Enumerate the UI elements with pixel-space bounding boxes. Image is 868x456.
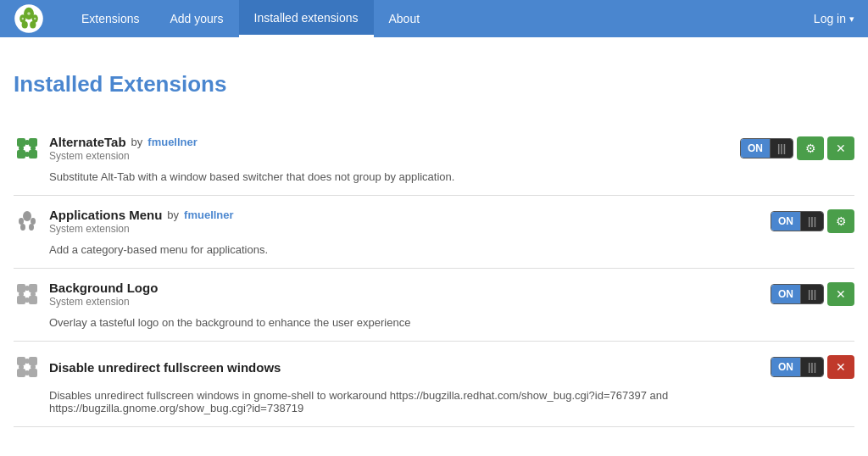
svg-point-37 bbox=[25, 370, 30, 375]
nav-link-extensions[interactable]: Extensions bbox=[66, 0, 154, 37]
svg-point-20 bbox=[20, 224, 25, 231]
ext-name: Disable unredirect fullscreen windows bbox=[49, 360, 281, 375]
ext-subtitle: System extension bbox=[49, 223, 234, 235]
ext-controls-alternate-tab: ON ||| ⚙ ✕ bbox=[740, 136, 854, 160]
page-title: Installed Extensions bbox=[14, 71, 854, 97]
remove-button[interactable]: ✕ bbox=[827, 136, 854, 160]
ext-by: by bbox=[167, 209, 179, 221]
extension-header: Disable unredirect fullscreen windows ON… bbox=[14, 353, 854, 381]
nav-link-about[interactable]: About bbox=[374, 0, 436, 37]
nav-link-installed[interactable]: Installed extensions bbox=[239, 0, 374, 37]
toggle-button[interactable]: ON ||| bbox=[771, 284, 824, 304]
svg-point-4 bbox=[22, 21, 28, 28]
ext-controls-bg-logo: ON ||| ✕ bbox=[771, 282, 854, 306]
toggle-on-label: ON bbox=[741, 139, 771, 158]
svg-point-7 bbox=[22, 18, 24, 19]
puzzle-icon-disable-unredirect bbox=[14, 353, 41, 381]
toggle-on-label: ON bbox=[771, 285, 801, 303]
svg-point-27 bbox=[19, 292, 24, 297]
extension-header: Background Logo System extension ON ||| … bbox=[14, 281, 854, 308]
toggle-bar-label: ||| bbox=[801, 358, 823, 376]
ext-description: Disables unredirect fullscreen windows i… bbox=[49, 389, 854, 414]
main-content: Installed Extensions bbox=[0, 37, 868, 444]
toggle-bar-label: ||| bbox=[801, 285, 823, 303]
ext-author-link[interactable]: fmuellner bbox=[184, 209, 234, 221]
extension-item-background-logo: Background Logo System extension ON ||| … bbox=[14, 269, 854, 342]
settings-button[interactable]: ⚙ bbox=[827, 209, 854, 233]
svg-rect-25 bbox=[29, 296, 37, 304]
puzzle-icon-bg-logo bbox=[14, 281, 41, 308]
toggle-button[interactable]: ON ||| bbox=[771, 357, 824, 377]
ext-title-row: Background Logo bbox=[49, 281, 158, 295]
svg-rect-33 bbox=[29, 369, 37, 377]
extension-left: AlternateTab by fmuellner System extensi… bbox=[14, 135, 198, 162]
svg-point-19 bbox=[31, 218, 36, 225]
ext-title-row: AlternateTab by fmuellner bbox=[49, 135, 198, 149]
svg-point-17 bbox=[23, 211, 31, 221]
extension-header: AlternateTab by fmuellner System extensi… bbox=[14, 135, 854, 162]
remove-button[interactable]: ✕ bbox=[827, 282, 854, 306]
ext-name: Applications Menu bbox=[49, 208, 162, 222]
ext-subtitle: System extension bbox=[49, 296, 158, 308]
svg-rect-30 bbox=[17, 357, 25, 365]
brand-link[interactable] bbox=[14, 3, 49, 34]
svg-point-15 bbox=[31, 146, 36, 151]
svg-point-16 bbox=[25, 152, 30, 157]
ext-author-link[interactable]: fmuellner bbox=[147, 136, 198, 148]
svg-point-21 bbox=[29, 224, 34, 231]
toggle-button[interactable]: ON ||| bbox=[771, 211, 824, 231]
svg-point-29 bbox=[25, 298, 30, 303]
toggle-bar-label: ||| bbox=[801, 212, 823, 231]
gnome-foot-icon-apps bbox=[14, 208, 41, 235]
svg-point-35 bbox=[19, 364, 24, 370]
ext-description: Overlay a tasteful logo on the backgroun… bbox=[49, 316, 854, 329]
nav-right: Log in bbox=[814, 12, 854, 25]
svg-point-8 bbox=[34, 18, 36, 19]
toggle-on-label: ON bbox=[771, 212, 801, 231]
svg-point-18 bbox=[19, 218, 24, 225]
svg-point-36 bbox=[31, 364, 36, 370]
ext-subtitle: System extension bbox=[49, 150, 198, 162]
svg-rect-10 bbox=[29, 138, 37, 147]
svg-point-13 bbox=[25, 140, 30, 145]
extension-item-disable-unredirect: Disable unredirect fullscreen windows ON… bbox=[14, 342, 854, 427]
ext-description: Substitute Alt-Tab with a window based s… bbox=[49, 170, 854, 183]
toggle-button[interactable]: ON ||| bbox=[740, 138, 793, 158]
extension-left: Disable unredirect fullscreen windows bbox=[14, 353, 281, 381]
ext-description: Add a category-based menu for applicatio… bbox=[49, 243, 854, 256]
svg-rect-12 bbox=[29, 150, 37, 158]
ext-name: AlternateTab bbox=[49, 135, 126, 149]
extension-left: Applications Menu by fmuellner System ex… bbox=[14, 208, 234, 235]
login-button[interactable]: Log in bbox=[814, 12, 854, 25]
toggle-on-label: ON bbox=[771, 358, 801, 376]
ext-name: Background Logo bbox=[49, 281, 158, 295]
svg-rect-9 bbox=[17, 138, 25, 147]
svg-point-5 bbox=[30, 21, 36, 28]
extension-header: Applications Menu by fmuellner System ex… bbox=[14, 208, 854, 235]
delete-button[interactable]: ✕ bbox=[827, 355, 854, 379]
svg-rect-11 bbox=[17, 150, 25, 158]
svg-rect-23 bbox=[29, 284, 37, 292]
nav-link-add-yours[interactable]: Add yours bbox=[154, 0, 238, 37]
svg-rect-31 bbox=[29, 357, 37, 365]
extension-item-applications-menu: Applications Menu by fmuellner System ex… bbox=[14, 196, 854, 269]
svg-point-26 bbox=[25, 286, 30, 291]
svg-point-34 bbox=[25, 359, 30, 364]
navbar: Extensions Add yours Installed extension… bbox=[0, 0, 868, 37]
ext-controls-applications-menu: ON ||| ⚙ bbox=[771, 209, 854, 233]
svg-point-6 bbox=[27, 12, 31, 15]
nav-links: Extensions Add yours Installed extension… bbox=[66, 0, 814, 37]
ext-info: Disable unredirect fullscreen windows bbox=[49, 360, 281, 375]
toggle-bar-label: ||| bbox=[771, 139, 793, 158]
settings-button[interactable]: ⚙ bbox=[797, 136, 824, 160]
ext-info: Background Logo System extension bbox=[49, 281, 158, 308]
gnome-logo-icon bbox=[14, 3, 44, 34]
ext-by: by bbox=[131, 136, 143, 148]
extension-list: AlternateTab by fmuellner System extensi… bbox=[14, 123, 854, 427]
extension-left: Background Logo System extension bbox=[14, 281, 158, 308]
ext-info: AlternateTab by fmuellner System extensi… bbox=[49, 135, 198, 162]
ext-info: Applications Menu by fmuellner System ex… bbox=[49, 208, 234, 235]
svg-point-14 bbox=[19, 146, 24, 151]
ext-controls-disable-unredirect: ON ||| ✕ bbox=[771, 355, 854, 379]
svg-rect-32 bbox=[17, 369, 25, 377]
